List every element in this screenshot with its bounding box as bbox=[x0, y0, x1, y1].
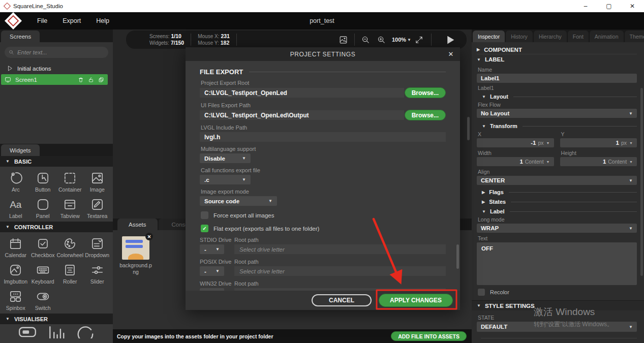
multilanguage-dropdown[interactable]: Disable▼ bbox=[200, 153, 251, 163]
canvas-scrollbar[interactable] bbox=[467, 117, 470, 140]
recolor-checkbox-row[interactable]: Recolor bbox=[478, 289, 637, 296]
tab-hierarchy[interactable]: Hierarchy bbox=[534, 30, 567, 42]
force-export-checkbox-row[interactable]: Force export all images bbox=[201, 211, 446, 219]
label-text-input[interactable]: OFF bbox=[477, 242, 637, 285]
label-header[interactable]: ▼LABEL bbox=[477, 55, 637, 64]
zoom-caret-icon[interactable]: ▼ bbox=[407, 38, 411, 42]
widget-button[interactable]: Button bbox=[29, 168, 57, 195]
zoom-out-icon[interactable] bbox=[361, 36, 370, 44]
flex-flow-dropdown[interactable]: No Layout▼ bbox=[477, 109, 637, 118]
component-header[interactable]: ▶COMPONENT bbox=[477, 45, 637, 54]
widget-textarea[interactable]: Textarea bbox=[84, 195, 111, 221]
ui-files-export-path-value[interactable]: C:\LVGL_Test\port_OpenLed\Output bbox=[200, 110, 404, 120]
layout-header[interactable]: ▼Layout bbox=[482, 92, 637, 101]
tab-inspector[interactable]: Inspector bbox=[473, 30, 505, 42]
posix-drive-dropdown[interactable]: -▼ bbox=[200, 266, 224, 276]
label-section-header[interactable]: ▼Label bbox=[482, 207, 637, 216]
menu-help[interactable]: Help bbox=[88, 17, 117, 24]
close-button[interactable]: ✕ bbox=[621, 0, 644, 12]
long-mode-label: Long mode bbox=[478, 216, 637, 223]
checkbox-unchecked-icon[interactable] bbox=[478, 289, 485, 296]
stdio-root-path-input[interactable]: Select drive letter bbox=[234, 244, 446, 254]
name-input[interactable]: Label1 bbox=[477, 74, 637, 83]
widget-label[interactable]: AaLabel bbox=[2, 195, 29, 221]
menu-export[interactable]: Export bbox=[55, 17, 88, 24]
background-image-icon[interactable] bbox=[339, 36, 348, 44]
duplicate-icon[interactable] bbox=[98, 77, 104, 83]
play-button[interactable] bbox=[445, 35, 455, 45]
image-export-mode-dropdown[interactable]: Source code▼ bbox=[200, 196, 277, 206]
widget-calendar[interactable]: Calendar bbox=[2, 234, 29, 260]
widget-container[interactable]: Container bbox=[56, 168, 84, 195]
unlock-icon[interactable] bbox=[88, 77, 94, 83]
height-input[interactable]: 1Content▼ bbox=[560, 157, 637, 166]
stdio-drive-dropdown[interactable]: -▼ bbox=[200, 244, 224, 254]
screens-item-screen1[interactable]: Screen1 bbox=[1, 74, 108, 85]
widget-keyboard[interactable]: Keyboard bbox=[29, 260, 57, 287]
tab-screens[interactable]: Screens bbox=[1, 30, 40, 42]
checkbox-unchecked-icon[interactable] bbox=[201, 211, 208, 219]
x-input[interactable]: -1px▼ bbox=[477, 138, 554, 147]
fit-screen-icon[interactable] bbox=[415, 36, 423, 44]
maximize-button[interactable]: ▢ bbox=[597, 0, 621, 12]
flags-header[interactable]: ▶Flags bbox=[482, 188, 637, 197]
delete-icon[interactable] bbox=[78, 77, 84, 83]
transform-header[interactable]: ▼Transform bbox=[482, 121, 637, 131]
widget-roller[interactable]: Roller bbox=[56, 260, 84, 287]
widget-dropdown[interactable]: Dropdown bbox=[84, 234, 111, 260]
dialog-scrollbar[interactable] bbox=[456, 244, 459, 269]
style-main-header[interactable]: ▼STYLE (MAIN) bbox=[481, 338, 637, 343]
section-basic[interactable]: ▼BASIC bbox=[0, 156, 113, 167]
tab-themes[interactable]: Themes bbox=[625, 30, 644, 42]
dialog-close-icon[interactable]: ✕ bbox=[448, 47, 454, 61]
state-dropdown[interactable]: DEFAULT▼ bbox=[477, 322, 637, 332]
widget-image[interactable]: Image bbox=[84, 168, 111, 195]
section-controller[interactable]: ▼CONTROLLER bbox=[0, 222, 113, 232]
y-input[interactable]: 1px▼ bbox=[560, 138, 637, 147]
cancel-button[interactable]: CANCEL bbox=[312, 294, 372, 306]
widget-slider[interactable]: Slider bbox=[84, 260, 111, 287]
widget-switch[interactable]: Switch bbox=[29, 287, 57, 313]
tab-widgets[interactable]: Widgets bbox=[1, 144, 40, 156]
checkbox-checked-icon[interactable]: ✓ bbox=[201, 225, 208, 232]
browse-ui-files-button[interactable]: Browse... bbox=[405, 110, 446, 120]
tab-assets[interactable]: Assets bbox=[117, 219, 158, 230]
browse-root-button[interactable]: Browse... bbox=[405, 87, 446, 98]
widget-checkbox[interactable]: Checkbox bbox=[29, 234, 57, 260]
screens-search[interactable] bbox=[5, 47, 108, 58]
minimize-button[interactable]: – bbox=[574, 0, 597, 12]
widget-arc[interactable]: Arc bbox=[2, 168, 29, 195]
posix-root-path-input[interactable]: Select drive letter bbox=[234, 266, 446, 276]
widget-tabview[interactable]: Tabview bbox=[56, 195, 84, 221]
widget-panel[interactable]: Panel bbox=[29, 195, 57, 221]
zoom-in-icon[interactable] bbox=[377, 36, 386, 44]
call-functions-dropdown[interactable]: .c▼ bbox=[200, 175, 251, 184]
asset-item[interactable]: ✕ background.png bbox=[119, 236, 152, 275]
style-settings-header[interactable]: ▼STYLE SETTINGS bbox=[472, 300, 644, 310]
remove-asset-icon[interactable]: ✕ bbox=[145, 233, 153, 240]
name-label: Name bbox=[478, 67, 637, 73]
long-mode-dropdown[interactable]: WRAP▼ bbox=[477, 224, 637, 233]
align-dropdown[interactable]: CENTER▼ bbox=[477, 176, 637, 185]
tab-history[interactable]: History bbox=[506, 30, 533, 42]
mouse-position: Mouse X:231 Mouse Y:182 bbox=[198, 33, 230, 47]
tab-font[interactable]: Font bbox=[568, 30, 589, 42]
apply-changes-button[interactable]: APPLY CHANGES bbox=[379, 294, 453, 307]
widget-imgbutton[interactable]: Imgbutton bbox=[2, 260, 29, 287]
width-input[interactable]: 1Content▼ bbox=[477, 157, 554, 166]
add-file-into-assets-button[interactable]: ADD FILE INTO ASSETS bbox=[391, 331, 467, 341]
widget-spinbox[interactable]: Spinbox bbox=[2, 287, 29, 313]
project-export-root-value[interactable]: C:\LVGL_Test\port_OpenLed bbox=[200, 88, 404, 98]
zoom-level[interactable]: 100% bbox=[392, 37, 406, 43]
screens-item-initial-actions[interactable]: Initial actions bbox=[0, 63, 113, 74]
flat-export-checkbox-row[interactable]: ✓ Flat export (exports all files to one … bbox=[201, 225, 446, 232]
lvgl-include-path-value[interactable]: lvgl.h bbox=[200, 132, 446, 142]
tab-animation[interactable]: Animation bbox=[590, 30, 624, 42]
inspector-scrollbar[interactable] bbox=[640, 88, 643, 276]
menu-file[interactable]: File bbox=[29, 17, 55, 24]
widget-colorwheel[interactable]: Colorwheel bbox=[56, 234, 84, 260]
section-visualiser[interactable]: ▼VISUALISER bbox=[0, 314, 113, 324]
search-input[interactable] bbox=[17, 49, 104, 55]
image-export-mode-label: Image export mode bbox=[201, 189, 446, 195]
states-header[interactable]: ▶States bbox=[482, 197, 637, 206]
